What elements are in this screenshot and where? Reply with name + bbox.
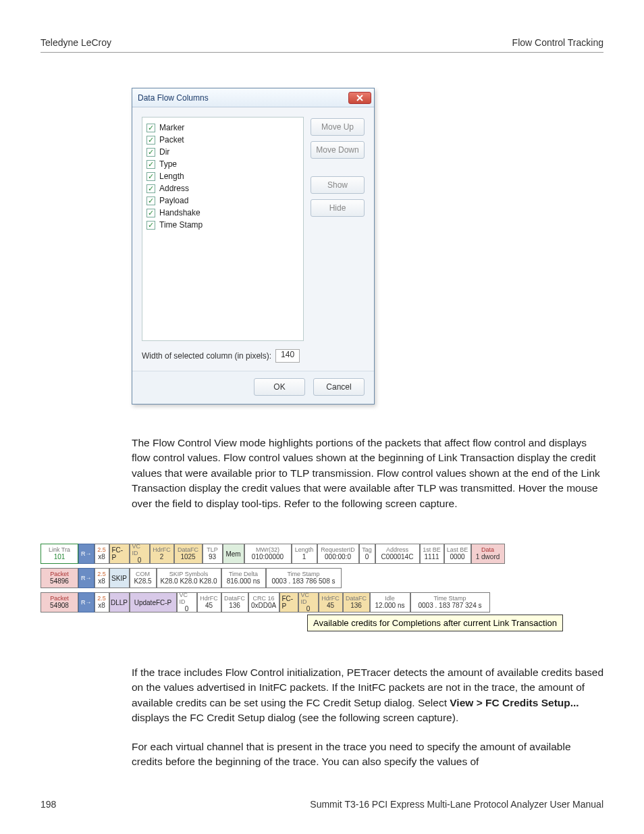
- dir-cell: R→: [78, 568, 95, 588]
- cell-h: RequesterID: [321, 547, 355, 554]
- list-item: ✓Dir: [146, 146, 299, 158]
- column-label: Address: [159, 184, 189, 193]
- cancel-button[interactable]: Cancel: [313, 378, 365, 396]
- column-label: Dir: [159, 147, 169, 157]
- cell-v: 54896: [50, 577, 69, 585]
- skip-cell: SKIP: [109, 568, 130, 588]
- column-label: Type: [159, 159, 177, 169]
- fcp-cell: FC-P: [109, 544, 130, 564]
- checkbox-icon[interactable]: ✓: [146, 160, 155, 169]
- cell-h: MWr(32): [256, 547, 279, 554]
- trace-screenshot: Link Tra101 R→ 2.5x8 FC-P VC ID0 HdrFC2 …: [41, 544, 608, 617]
- close-icon[interactable]: [348, 92, 371, 104]
- checkbox-icon[interactable]: ✓: [146, 124, 155, 132]
- cell-h: COM: [136, 571, 150, 578]
- cell-h: Time Delta: [229, 571, 258, 578]
- cell-v: 0003 . 183 787 324 s: [419, 602, 482, 609]
- cell-h: TLP: [207, 547, 218, 554]
- cell-v: 45: [327, 602, 334, 609]
- data-flow-columns-dialog: Data Flow Columns ✓Marker ✓Packet ✓Dir ✓…: [132, 88, 375, 405]
- checkbox-icon[interactable]: ✓: [146, 148, 155, 157]
- dir-cell: R→: [78, 592, 95, 613]
- checkbox-icon[interactable]: ✓: [146, 209, 155, 217]
- cell-v: 1: [302, 553, 306, 561]
- cell-h: VC ID: [180, 592, 194, 606]
- updatefc-cell: UpdateFC-P: [130, 592, 177, 613]
- cell-h: HdrFC: [321, 596, 340, 602]
- column-list[interactable]: ✓Marker ✓Packet ✓Dir ✓Type ✓Length ✓Addr…: [142, 117, 304, 341]
- cell-v: C000014C: [381, 553, 414, 561]
- cell-v: x8: [98, 602, 105, 609]
- paragraph-2: If the trace includes Flow Control initi…: [132, 665, 604, 726]
- cell-v: 0: [306, 605, 311, 613]
- cell-h: Address: [386, 547, 408, 554]
- cell-h: Time Stamp: [287, 571, 319, 578]
- list-item: ✓Marker: [146, 122, 299, 134]
- cell-h: HdrFC: [153, 547, 171, 554]
- cell-v: 101: [54, 553, 65, 561]
- cell-v: x8: [98, 553, 105, 561]
- checkbox-icon[interactable]: ✓: [146, 172, 155, 181]
- cell-v: 93: [209, 553, 216, 561]
- column-label: Length: [159, 172, 184, 181]
- trace-row: Link Tra101 R→ 2.5x8 FC-P VC ID0 HdrFC2 …: [41, 544, 608, 564]
- dialog-title: Data Flow Columns: [138, 93, 209, 103]
- cell-v: 0: [138, 556, 142, 564]
- cell-v: 816.000 ns: [227, 577, 261, 585]
- trace-row: Packet54908 R→ 2.5x8 DLLP UpdateFC-P VC …: [41, 592, 608, 613]
- move-down-button[interactable]: Move Down: [311, 141, 365, 159]
- menu-path-text: View > FC Credits Setup...: [450, 697, 579, 708]
- cell-v: 000:00:0: [325, 553, 351, 561]
- checkbox-icon[interactable]: ✓: [146, 136, 155, 145]
- cell-h: 1st BE: [423, 547, 441, 554]
- cell-h: Link Tra: [49, 547, 70, 554]
- list-item: ✓Length: [146, 170, 299, 182]
- dir-cell: R→: [78, 544, 95, 564]
- trace-row: Packet54896 R→ 2.5x8 SKIP COMK28.5 SKIP …: [41, 568, 608, 588]
- cell-v: 2: [160, 553, 164, 561]
- cell-v: 12.000 ns: [375, 602, 405, 609]
- width-label: Width of selected column (in pixels):: [142, 351, 271, 361]
- list-item: ✓Time Stamp: [146, 219, 299, 231]
- show-button[interactable]: Show: [311, 176, 365, 194]
- cell-v: K28.0 K28.0 K28.0: [161, 577, 217, 585]
- column-label: Marker: [159, 123, 184, 132]
- checkbox-icon[interactable]: ✓: [146, 197, 155, 205]
- cell-h: SKIP Symbols: [169, 571, 208, 578]
- cell-v: 1025: [180, 553, 195, 561]
- cell-v: 0: [365, 553, 369, 561]
- cell-h: Tag: [362, 547, 372, 554]
- hide-button[interactable]: Hide: [311, 199, 365, 217]
- cell-v: x8: [98, 577, 105, 585]
- cell-h: VC ID: [301, 592, 316, 606]
- fcp-cell: FC-P: [279, 592, 298, 613]
- cell-v: K28.5: [134, 577, 151, 585]
- text: displays the FC Credit Setup dialog (see…: [132, 712, 458, 723]
- ok-button[interactable]: OK: [254, 378, 305, 396]
- mem-cell: Mem: [223, 544, 244, 564]
- column-label: Payload: [159, 196, 188, 205]
- cell-h: Length: [295, 547, 314, 554]
- cell-v: 0000: [450, 553, 464, 561]
- list-item: ✓Packet: [146, 134, 299, 146]
- move-up-button[interactable]: Move Up: [311, 118, 365, 136]
- cell-v: 0003 . 183 786 508 s: [272, 577, 336, 585]
- cell-v: 45: [205, 602, 213, 609]
- cell-v: 1111: [424, 553, 439, 561]
- cell-h: HdrFC: [200, 596, 218, 602]
- cell-v: 136: [350, 602, 362, 609]
- width-input[interactable]: 140: [275, 349, 300, 363]
- page-number: 198: [41, 799, 56, 810]
- column-label: Time Stamp: [159, 220, 203, 230]
- checkbox-icon[interactable]: ✓: [146, 221, 155, 230]
- cell-h: DataFC: [224, 596, 245, 602]
- cell-h: Last BE: [447, 547, 468, 554]
- paragraph-1: The Flow Control View mode highlights po…: [132, 436, 604, 511]
- dialog-title-bar[interactable]: Data Flow Columns: [132, 88, 374, 107]
- cell-v: 0xDD0A: [251, 602, 276, 609]
- cell-h: Idle: [385, 596, 395, 602]
- tooltip: Available credits for Completions after …: [307, 615, 563, 631]
- column-label: Handshake: [159, 208, 200, 217]
- checkbox-icon[interactable]: ✓: [146, 184, 155, 193]
- footer-title: Summit T3-16 PCI Express Multi-Lane Prot…: [310, 799, 603, 810]
